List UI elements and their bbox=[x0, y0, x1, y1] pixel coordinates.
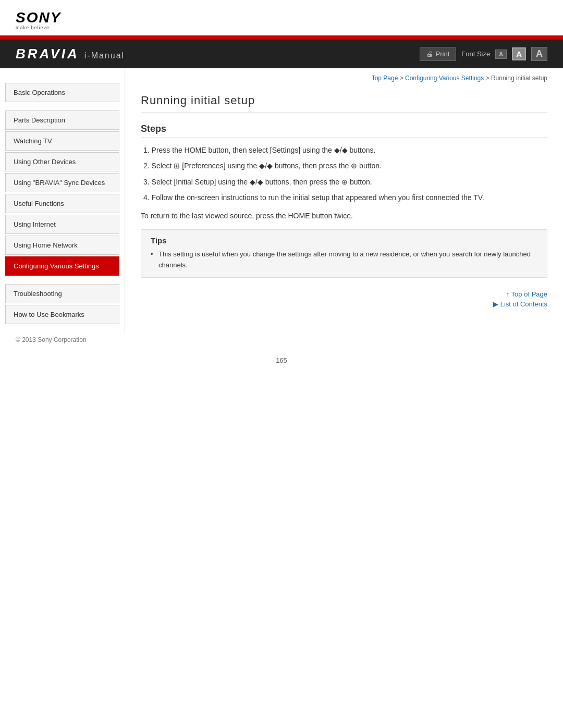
breadcrumb-sep2: > bbox=[486, 75, 491, 82]
main-layout: Basic Operations Parts Description Watch… bbox=[0, 68, 563, 334]
sidebar-item-parts-description[interactable]: Parts Description bbox=[5, 110, 119, 130]
header-controls: 🖨 Print Font Size A A A bbox=[420, 47, 547, 61]
print-icon: 🖨 bbox=[426, 50, 433, 58]
breadcrumb-current: Running initial setup bbox=[491, 75, 547, 82]
sidebar-item-watching-tv[interactable]: Watching TV bbox=[5, 131, 119, 151]
page-footer: © 2013 Sony Corporation bbox=[0, 334, 563, 349]
font-medium-button[interactable]: A bbox=[512, 47, 526, 60]
steps-list: Press the HOME button, then select [Sett… bbox=[141, 144, 547, 204]
sony-tagline: make.believe bbox=[16, 25, 547, 30]
copyright: © 2013 Sony Corporation bbox=[16, 336, 87, 343]
tips-box: Tips This setting is useful when you cha… bbox=[141, 229, 547, 278]
font-small-button[interactable]: A bbox=[495, 50, 507, 59]
tips-heading: Tips bbox=[151, 236, 537, 245]
red-bar bbox=[0, 35, 563, 40]
sidebar-item-using-bravia-sync[interactable]: Using "BRAVIA" Sync Devices bbox=[5, 173, 119, 192]
step-3: Select [Initial Setup] using the ◆/◆ but… bbox=[141, 176, 547, 188]
bravia-brand: BRAVIA bbox=[16, 46, 79, 62]
top-of-page-link[interactable]: Top of Page bbox=[141, 290, 547, 298]
logo-area: SONY make.believe bbox=[0, 0, 563, 35]
footer-links: Top of Page List of Contents bbox=[141, 278, 547, 313]
bravia-title: BRAVIA i-Manual bbox=[16, 46, 125, 62]
list-of-contents-link[interactable]: List of Contents bbox=[141, 300, 547, 308]
sidebar-item-configuring-various-settings[interactable]: Configuring Various Settings bbox=[5, 256, 119, 276]
page-title: Running initial setup bbox=[141, 86, 547, 113]
sidebar-item-using-other-devices[interactable]: Using Other Devices bbox=[5, 152, 119, 171]
tip-1: This setting is useful when you change t… bbox=[151, 249, 537, 271]
print-label: Print bbox=[436, 50, 450, 58]
font-large-button[interactable]: A bbox=[531, 47, 547, 61]
font-size-label: Font Size bbox=[461, 50, 490, 58]
sony-logo: SONY bbox=[16, 9, 547, 26]
sidebar: Basic Operations Parts Description Watch… bbox=[0, 68, 125, 334]
sidebar-item-basic-operations[interactable]: Basic Operations bbox=[5, 83, 119, 102]
step-2: Select ⊞ [Preferences] using the ◆/◆ but… bbox=[141, 160, 547, 171]
sidebar-item-troubleshooting[interactable]: Troubleshooting bbox=[5, 284, 119, 303]
header: BRAVIA i-Manual 🖨 Print Font Size A A A bbox=[0, 40, 563, 68]
sidebar-item-useful-functions[interactable]: Useful Functions bbox=[5, 194, 119, 213]
breadcrumb-configuring[interactable]: Configuring Various Settings bbox=[405, 75, 484, 82]
steps-heading: Steps bbox=[141, 124, 547, 138]
sidebar-item-how-to-use-bookmarks[interactable]: How to Use Bookmarks bbox=[5, 305, 119, 324]
imanual-label: i-Manual bbox=[84, 51, 125, 60]
step-4: Follow the on-screen instructions to run… bbox=[141, 192, 547, 203]
page-number: 165 bbox=[0, 349, 563, 372]
return-note: To return to the last viewed source, pre… bbox=[141, 210, 547, 221]
step-1: Press the HOME button, then select [Sett… bbox=[141, 144, 547, 156]
sidebar-item-using-internet[interactable]: Using Internet bbox=[5, 215, 119, 234]
print-button[interactable]: 🖨 Print bbox=[420, 47, 457, 61]
breadcrumb: Top Page > Configuring Various Settings … bbox=[141, 68, 547, 86]
content-area: Top Page > Configuring Various Settings … bbox=[125, 68, 563, 334]
sidebar-item-using-home-network[interactable]: Using Home Network bbox=[5, 236, 119, 255]
tips-list: This setting is useful when you change t… bbox=[151, 249, 537, 271]
breadcrumb-sep1: > bbox=[400, 75, 405, 82]
breadcrumb-top-page[interactable]: Top Page bbox=[372, 75, 398, 82]
